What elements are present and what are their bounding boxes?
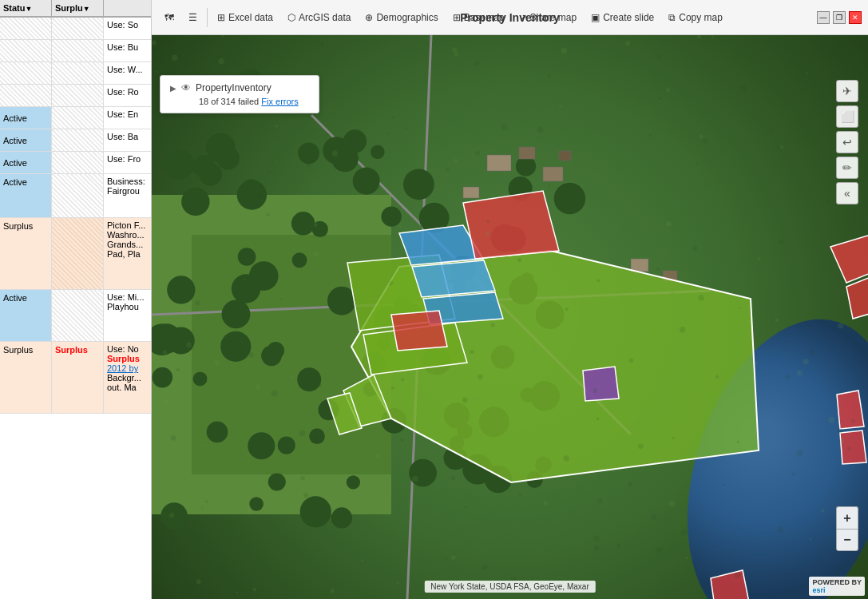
status-cell: Active (0, 107, 52, 129)
table-row: Use: So (0, 18, 151, 40)
aerial-map[interactable] (152, 35, 868, 599)
surplus-cell (52, 174, 104, 217)
desc-cell: Use: So (104, 18, 151, 39)
share-map-button[interactable]: ↗ Share map (513, 9, 584, 26)
desc-cell: Use: Mi...Playhou (104, 290, 151, 341)
extent-button[interactable]: ⬜ (836, 105, 858, 128)
arcgis-icon: ⬡ (287, 12, 295, 23)
desc-cell: Use: Ro (104, 85, 151, 106)
expand-arrow-icon[interactable]: ▶ (170, 84, 176, 93)
layer-popup: ▶ 👁 PropertyInventory 18 of 314 failed F… (160, 75, 319, 113)
share-icon: ↗ (519, 12, 527, 23)
status-cell: Active (0, 129, 52, 151)
restore-button[interactable]: ❐ (833, 11, 846, 24)
surplus-cell (52, 218, 104, 289)
arcgis-data-button[interactable]: ⬡ ArcGIS data (281, 9, 357, 26)
status-cell (0, 62, 52, 84)
surplus-cell: Surplus (52, 342, 104, 413)
create-slide-button[interactable]: ▣ Create slide (585, 9, 660, 26)
col-header-surplus[interactable]: Surplu▼ (52, 0, 104, 16)
basemap-icon: ⊞ (453, 12, 461, 23)
nav-controls: ✈ ⬜ ↩ ✏ « (836, 80, 858, 204)
status-cell: Surplus (0, 342, 52, 413)
basemap-button[interactable]: ⊞ Basemap (446, 9, 511, 26)
status-cell: Active (0, 290, 52, 341)
window-controls: — ❐ ✕ (817, 11, 862, 24)
status-cell (0, 40, 52, 61)
table-body: Use: So Use: Bu Use: W... Use: Ro Active… (0, 18, 151, 599)
status-cell (0, 18, 52, 39)
surplus-cell (52, 152, 104, 173)
demographics-button[interactable]: ⊕ Demographics (359, 9, 444, 26)
map-toolbar: Property Inventory 🗺 ☰ ⊞ Excel data ⬡ Ar… (152, 0, 868, 35)
map-view-button[interactable]: 🗺 (158, 9, 180, 26)
table-row: Surplus Picton F...Washro...Grands...Pad… (0, 218, 151, 290)
table-panel: Statu▼ Surplu▼ Use: So Use: Bu Use: W...… (0, 0, 152, 599)
demographics-icon: ⊕ (365, 12, 373, 23)
table-row: Use: Bu (0, 40, 151, 62)
table-row: Use: W... (0, 62, 151, 85)
esri-logo: POWERED BYesri (809, 577, 865, 596)
table-header: Statu▼ Surplu▼ (0, 0, 151, 18)
zoom-out-button[interactable]: − (836, 529, 858, 551)
copy-icon: ⧉ (668, 12, 676, 23)
desc-cell: Use: W... (104, 62, 151, 84)
close-button[interactable]: ✕ (849, 11, 862, 24)
status-cell: Surplus (0, 218, 52, 289)
surplus-cell (52, 290, 104, 341)
back-button[interactable]: ↩ (836, 131, 858, 153)
desc-cell: Picton F...Washro...Grands...Pad, Pla (104, 218, 151, 289)
status-cell (0, 85, 52, 106)
map-attribution: New York State, USDA FSA, GeoEye, Maxar (424, 581, 595, 593)
copy-map-button[interactable]: ⧉ Copy map (662, 9, 729, 26)
table-row: Active Use: Mi...Playhou (0, 290, 151, 342)
collapse-button[interactable]: « (836, 182, 858, 204)
desc-cell: Business:Fairgrou (104, 174, 151, 217)
list-view-button[interactable]: ☰ (182, 9, 204, 26)
col-header-desc (104, 0, 151, 16)
toolbar-separator (207, 8, 208, 27)
map-icon: 🗺 (164, 12, 174, 23)
layer-name: PropertyInventory (196, 82, 271, 93)
table-row: Use: Ro (0, 85, 151, 107)
table-row: Active Use: Ba (0, 129, 151, 152)
map-panel: Property Inventory 🗺 ☰ ⊞ Excel data ⬡ Ar… (152, 0, 868, 599)
minimize-button[interactable]: — (817, 11, 830, 24)
surplus-cell (52, 18, 104, 39)
zoom-in-button[interactable]: + (836, 506, 858, 529)
table-row: Active Business:Fairgrou (0, 174, 151, 218)
esri-text: esri (812, 586, 825, 594)
status-cell: Active (0, 152, 52, 173)
table-row: Active Use: En (0, 107, 151, 129)
surplus-cell (52, 85, 104, 106)
surplus-cell (52, 129, 104, 151)
location-button[interactable]: ✈ (836, 80, 858, 102)
status-cell: Active (0, 174, 52, 217)
surplus-cell (52, 62, 104, 84)
layer-row: ▶ 👁 PropertyInventory (170, 82, 309, 93)
desc-cell: Use: Bu (104, 40, 151, 61)
table-row: Active Use: Fro (0, 152, 151, 174)
excel-data-button[interactable]: ⊞ Excel data (211, 9, 279, 26)
desc-cell: Use: NoSurplus2012 byBackgr...out. Ma (104, 342, 151, 413)
fix-errors-link[interactable]: Fix errors (261, 97, 298, 106)
zoom-controls: + − (836, 506, 858, 551)
sketch-button[interactable]: ✏ (836, 157, 858, 179)
visibility-icon[interactable]: 👁 (181, 82, 191, 93)
desc-cell: Use: Fro (104, 152, 151, 173)
desc-cell: Use: En (104, 107, 151, 129)
excel-icon: ⊞ (217, 12, 225, 23)
surplus-cell (52, 107, 104, 129)
col-header-status[interactable]: Statu▼ (0, 0, 52, 16)
surplus-cell (52, 40, 104, 61)
desc-cell: Use: Ba (104, 129, 151, 151)
list-icon: ☰ (188, 12, 197, 23)
slide-icon: ▣ (591, 12, 600, 23)
table-row: Surplus Surplus Use: NoSurplus2012 byBac… (0, 342, 151, 414)
layer-error: 18 of 314 failed Fix errors (170, 97, 309, 106)
